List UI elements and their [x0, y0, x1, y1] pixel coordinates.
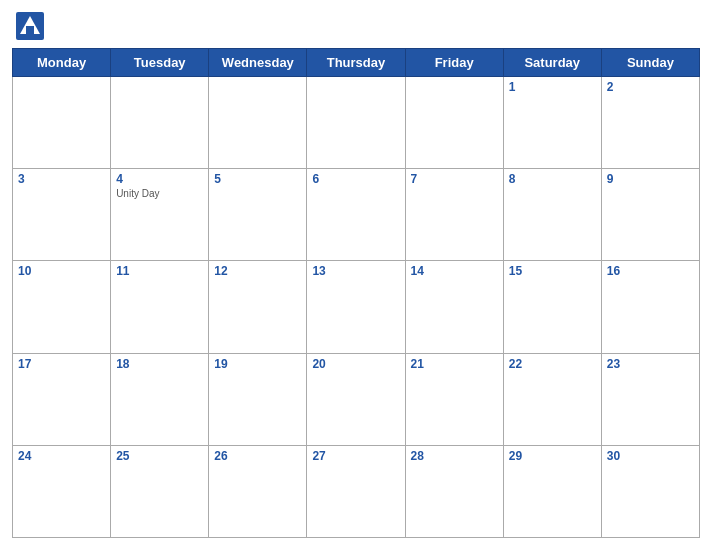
calendar-cell: 19	[209, 353, 307, 445]
calendar-cell: 10	[13, 261, 111, 353]
calendar-cell: 18	[111, 353, 209, 445]
calendar-cell: 2	[601, 77, 699, 169]
calendar-cell: 26	[209, 445, 307, 537]
day-number: 29	[509, 449, 596, 463]
week-row-3: 17181920212223	[13, 353, 700, 445]
calendar-cell: 29	[503, 445, 601, 537]
day-number: 26	[214, 449, 301, 463]
weekday-header-sunday: Sunday	[601, 49, 699, 77]
calendar-cell: 11	[111, 261, 209, 353]
day-number: 17	[18, 357, 105, 371]
day-number: 30	[607, 449, 694, 463]
calendar-cell: 25	[111, 445, 209, 537]
day-number: 16	[607, 264, 694, 278]
weekday-header-monday: Monday	[13, 49, 111, 77]
day-number: 25	[116, 449, 203, 463]
day-number: 3	[18, 172, 105, 186]
calendar-cell: 16	[601, 261, 699, 353]
day-number: 14	[411, 264, 498, 278]
calendar-cell: 30	[601, 445, 699, 537]
weekday-header-thursday: Thursday	[307, 49, 405, 77]
day-number: 8	[509, 172, 596, 186]
day-number: 10	[18, 264, 105, 278]
week-row-0: 12	[13, 77, 700, 169]
day-number: 19	[214, 357, 301, 371]
holiday-text: Unity Day	[116, 188, 203, 199]
calendar-cell: 3	[13, 169, 111, 261]
calendar-cell: 1	[503, 77, 601, 169]
day-number: 9	[607, 172, 694, 186]
weekday-header-saturday: Saturday	[503, 49, 601, 77]
day-number: 13	[312, 264, 399, 278]
calendar-cell	[307, 77, 405, 169]
weekday-header-tuesday: Tuesday	[111, 49, 209, 77]
calendar-cell	[209, 77, 307, 169]
svg-rect-2	[26, 26, 34, 34]
calendar-cell: 22	[503, 353, 601, 445]
week-row-1: 34Unity Day56789	[13, 169, 700, 261]
day-number: 22	[509, 357, 596, 371]
calendar-cell: 21	[405, 353, 503, 445]
day-number: 12	[214, 264, 301, 278]
day-number: 21	[411, 357, 498, 371]
calendar-cell: 14	[405, 261, 503, 353]
day-number: 6	[312, 172, 399, 186]
day-number: 28	[411, 449, 498, 463]
calendar-cell	[111, 77, 209, 169]
weekday-header-row: MondayTuesdayWednesdayThursdayFridaySatu…	[13, 49, 700, 77]
weekday-header-friday: Friday	[405, 49, 503, 77]
calendar-table: MondayTuesdayWednesdayThursdayFridaySatu…	[12, 48, 700, 538]
weekday-header-wednesday: Wednesday	[209, 49, 307, 77]
day-number: 7	[411, 172, 498, 186]
week-row-2: 10111213141516	[13, 261, 700, 353]
calendar-cell: 12	[209, 261, 307, 353]
day-number: 1	[509, 80, 596, 94]
calendar-cell: 27	[307, 445, 405, 537]
calendar-cell: 24	[13, 445, 111, 537]
logo-icon	[16, 12, 44, 40]
day-number: 5	[214, 172, 301, 186]
calendar-cell: 5	[209, 169, 307, 261]
day-number: 18	[116, 357, 203, 371]
day-number: 4	[116, 172, 203, 186]
calendar-header	[12, 12, 700, 40]
day-number: 11	[116, 264, 203, 278]
day-number: 24	[18, 449, 105, 463]
day-number: 15	[509, 264, 596, 278]
calendar-cell: 7	[405, 169, 503, 261]
calendar-cell: 20	[307, 353, 405, 445]
calendar-cell: 15	[503, 261, 601, 353]
calendar-cell	[405, 77, 503, 169]
calendar-cell: 28	[405, 445, 503, 537]
day-number: 23	[607, 357, 694, 371]
calendar-cell: 23	[601, 353, 699, 445]
calendar-cell: 8	[503, 169, 601, 261]
calendar-cell: 13	[307, 261, 405, 353]
calendar-cell: 17	[13, 353, 111, 445]
day-number: 2	[607, 80, 694, 94]
calendar-cell: 6	[307, 169, 405, 261]
logo	[16, 12, 48, 40]
day-number: 20	[312, 357, 399, 371]
week-row-4: 24252627282930	[13, 445, 700, 537]
day-number: 27	[312, 449, 399, 463]
calendar-cell: 4Unity Day	[111, 169, 209, 261]
calendar-cell	[13, 77, 111, 169]
calendar-cell: 9	[601, 169, 699, 261]
